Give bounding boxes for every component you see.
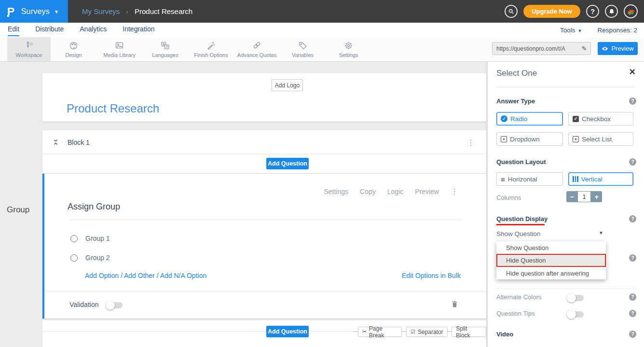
radio-button[interactable] — [70, 254, 78, 262]
upgrade-now-button[interactable]: Upgrade Now — [523, 5, 580, 18]
question-footer-divider — [44, 291, 486, 292]
question-logic-link[interactable]: Logic — [387, 188, 403, 195]
question-layout-heading: Question Layout — [496, 158, 546, 166]
answer-option-label[interactable]: Group 2 — [85, 254, 110, 262]
question-preview-link[interactable]: Preview — [415, 188, 439, 195]
layout-horizontal-button[interactable]: ≡ Horizontal — [496, 172, 563, 186]
columns-minus-button[interactable]: − — [566, 191, 577, 202]
toolbar-item-media-library[interactable]: Media Library — [96, 37, 142, 61]
question-display-select[interactable]: Show Question — [496, 230, 541, 237]
answer-type-select-list[interactable]: ▼ Select List — [568, 132, 633, 146]
question-circle-icon[interactable]: ? — [629, 215, 636, 222]
tab-distribute[interactable]: Distribute — [35, 23, 64, 36]
top-bar: P Surveys ▼ My Surveys › Product Researc… — [0, 0, 644, 23]
question-circle-icon[interactable]: ? — [629, 310, 636, 317]
breadcrumb-my-surveys[interactable]: My Surveys — [82, 7, 120, 15]
menu-item-hide-after-answering[interactable]: Hide question after answering — [496, 267, 606, 279]
question-card: Settings Copy Logic Preview ⋮ Assign Gro… — [42, 174, 486, 319]
tab-analytics[interactable]: Analytics — [80, 23, 107, 36]
menu-item-show-question[interactable]: Show Question — [496, 241, 606, 254]
workspace-icon — [24, 41, 34, 51]
block-title[interactable]: Block 1 — [68, 130, 90, 154]
alternate-colors-toggle[interactable] — [567, 295, 584, 301]
block-kebab-menu-icon[interactable]: ⋮ — [467, 138, 475, 147]
caret-down-icon: ▼ — [54, 9, 59, 14]
red-highlight-underline — [496, 224, 545, 225]
question-circle-icon[interactable]: ? — [629, 254, 636, 262]
breadcrumb-separator: › — [126, 8, 128, 15]
question-circle-icon[interactable]: ? — [629, 97, 636, 105]
dash-connector — [448, 332, 452, 332]
languages-icon: A — [160, 41, 170, 51]
tab-edit[interactable]: Edit — [8, 23, 19, 36]
edit-options-in-bulk-link[interactable]: Edit Options in Bulk — [402, 272, 461, 279]
add-question-button-top[interactable]: Add Question — [266, 158, 309, 169]
add-logo-button[interactable]: Add Logo — [272, 79, 303, 91]
link-separator: / — [155, 272, 160, 279]
breadcrumb-current: Product Research — [135, 7, 192, 15]
columns-value[interactable]: 1 — [577, 191, 591, 202]
user-avatar[interactable] — [624, 4, 638, 18]
add-other-link[interactable]: Add Other — [124, 272, 155, 279]
settings-icon — [343, 41, 354, 51]
survey-header-card: Add Logo Product Research — [42, 73, 486, 122]
question-settings-panel: Select One × Answer Type ? ✓ Radio ✓ Che… — [487, 62, 644, 347]
question-settings-link[interactable]: Settings — [324, 188, 348, 195]
question-title-divider — [69, 220, 463, 220]
responses-count[interactable]: Responses: 2 — [597, 27, 637, 34]
product-menu[interactable]: P Surveys ▼ — [0, 0, 68, 23]
question-tips-toggle[interactable] — [567, 311, 584, 318]
close-panel-icon[interactable]: × — [629, 67, 635, 77]
add-na-option-link[interactable]: Add N/A Option — [160, 272, 207, 279]
menu-item-hide-question[interactable]: Hide Question — [496, 254, 606, 267]
collapse-block-icon[interactable] — [52, 139, 59, 146]
answer-type-dropdown[interactable]: ▼ Dropdown — [496, 132, 563, 146]
preview-button[interactable]: Preview — [598, 42, 638, 55]
tab-integration[interactable]: Integration — [123, 23, 154, 36]
toolbar-item-settings[interactable]: Settings — [326, 37, 371, 61]
section-nav: Edit Distribute Analytics Integration To… — [0, 23, 644, 37]
toolbar-item-finish-options[interactable]: Finish Options — [188, 37, 234, 61]
block-header: Block 1 ⋮ — [42, 130, 486, 154]
answer-type-radio[interactable]: ✓ Radio — [496, 112, 563, 125]
caret-down-icon[interactable]: ▼ — [599, 230, 603, 236]
tools-menu[interactable]: Tools▼ — [560, 27, 582, 34]
option-links-row: Add Option / Add Other / Add N/A Option — [85, 272, 206, 279]
question-circle-icon[interactable]: ? — [629, 293, 636, 301]
toolbar-item-design[interactable]: Design — [51, 37, 96, 61]
layout-vertical-button[interactable]: Vertical — [568, 172, 633, 186]
question-title[interactable]: Assign Group — [68, 202, 120, 212]
question-code-label: Group — [7, 205, 29, 215]
question-display-menu: Show Question Hide Question Hide questio… — [496, 241, 606, 279]
delete-question-trash-icon[interactable] — [451, 300, 459, 308]
question-circle-icon[interactable]: ? — [629, 158, 636, 166]
split-block-button[interactable]: Split Block — [452, 327, 486, 337]
separator-button[interactable]: ☑ Separator — [406, 327, 448, 337]
validation-toggle[interactable] — [106, 302, 123, 308]
answer-type-checkbox[interactable]: ✓ Checkbox — [568, 112, 633, 125]
radio-button[interactable] — [70, 235, 78, 242]
question-circle-icon[interactable]: ? — [629, 331, 636, 338]
add-question-button-bottom[interactable]: Add Question — [266, 326, 309, 337]
notifications-button[interactable] — [605, 5, 618, 18]
survey-title[interactable]: Product Research — [67, 102, 159, 115]
toolbar-item-workspace[interactable]: Workspace — [7, 37, 51, 61]
answer-option-label[interactable]: Group 1 — [85, 235, 110, 242]
toolbar-item-variables[interactable]: Variables — [280, 37, 326, 61]
question-display-heading: Question Display — [496, 215, 548, 222]
page-break-button[interactable]: ✂ Page Break — [358, 327, 402, 337]
question-kebab-menu-icon[interactable]: ⋮ — [451, 187, 458, 196]
question-copy-link[interactable]: Copy — [360, 188, 376, 195]
search-button[interactable] — [505, 5, 518, 18]
columns-plus-button[interactable]: + — [591, 191, 602, 202]
edit-url-pencil-icon[interactable]: ✎ — [578, 45, 590, 52]
toolbar-item-languages[interactable]: A Languages — [142, 37, 188, 61]
survey-editor-screen: P Surveys ▼ My Surveys › Product Researc… — [0, 0, 644, 347]
add-option-link[interactable]: Add Option — [85, 272, 119, 279]
toggle-knob — [106, 301, 115, 310]
survey-url-input[interactable] — [493, 45, 578, 52]
help-button[interactable]: ? — [586, 5, 599, 18]
panel-title: Select One — [496, 69, 537, 78]
toolbar-item-advance-quotas[interactable]: Advance Quotas — [234, 37, 280, 61]
answer-option-row: Group 2 — [70, 254, 110, 262]
